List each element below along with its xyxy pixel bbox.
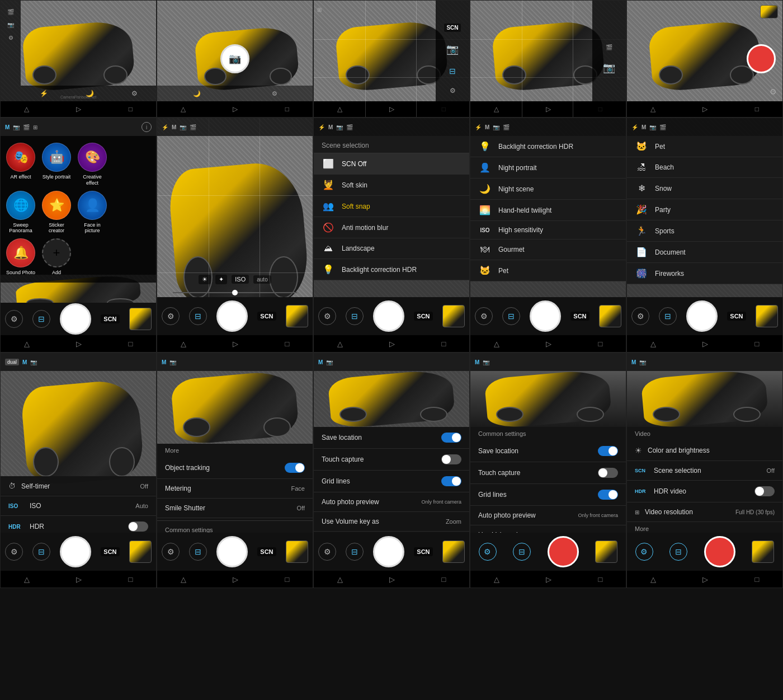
metering-bot2[interactable]: Metering Face	[157, 479, 313, 499]
scene-backlight2[interactable]: 💡 Backlight correction HDR	[470, 136, 626, 157]
recent-nav-bot5[interactable]: ▷	[702, 575, 708, 584]
shutter-btn-mid3[interactable]	[373, 300, 404, 332]
mode-creative-effect[interactable]: 🎨 Creative effect	[77, 143, 108, 186]
vol-key-bot4[interactable]: Use Volume key as Zoom	[470, 525, 626, 533]
sliders-btn-bot3[interactable]: ⊟	[346, 543, 364, 561]
recent-nav-3[interactable]: ▷	[389, 105, 394, 113]
hdr-toggle[interactable]	[128, 522, 148, 532]
recent-nav-bot4[interactable]: ▷	[546, 575, 551, 584]
recent-nav-mid3[interactable]: ▷	[389, 340, 395, 348]
grid-bot3[interactable]: Grid lines	[314, 471, 469, 492]
recent-nav-5[interactable]: ▷	[702, 105, 707, 113]
camera-mode-icon[interactable]: 📷	[13, 124, 20, 130]
home-nav-mid5[interactable]: □	[754, 340, 759, 348]
shutter-btn-bot3[interactable]	[373, 536, 404, 567]
back-nav-bot2[interactable]: △	[181, 575, 186, 584]
scene-soft-snap[interactable]: 👥 Soft snap	[314, 196, 469, 217]
sliders-btn-mid2[interactable]: ⊟	[189, 307, 207, 325]
cam-icon-mid2[interactable]: 📷	[180, 124, 186, 130]
mode-style-portrait[interactable]: 🤖 Style portrait	[41, 143, 72, 186]
thumbnail-bot1[interactable]	[129, 541, 152, 563]
scene-party[interactable]: 🎉 Party	[627, 199, 782, 220]
thumbnail-bot3[interactable]	[442, 541, 465, 563]
back-nav-mid5[interactable]: △	[650, 340, 656, 348]
home-nav-mid2[interactable]: □	[285, 340, 289, 348]
thumbnail-mid1[interactable]	[129, 308, 152, 330]
hdr-row[interactable]: HDR HDR	[1, 516, 156, 533]
thumbnail-mid3[interactable]	[442, 305, 465, 327]
vid-resolution-row[interactable]: ⊞ Video resolution Full HD (30 fps)	[627, 502, 782, 522]
vid-mid5[interactable]: 🎬	[659, 124, 666, 130]
cam-bot4[interactable]: 📷	[483, 359, 489, 365]
touch-cap-toggle-bot4[interactable]	[598, 468, 618, 478]
touch-cap-bot4[interactable]: Touch capture	[470, 462, 626, 484]
back-nav-1[interactable]: △	[24, 105, 29, 113]
scene-soft-skin[interactable]: 💆 Soft skin	[314, 175, 469, 196]
back-nav-mid1[interactable]: △	[24, 340, 30, 348]
settings-btn-mid5[interactable]: ⚙	[631, 307, 649, 325]
settings-btn-bot1[interactable]: ⚙	[5, 543, 23, 561]
recent-nav-mid1[interactable]: ▷	[76, 340, 82, 348]
save-loc-toggle-bot3[interactable]	[441, 433, 461, 443]
sliders-icon-3[interactable]: ⊟	[449, 67, 456, 76]
home-nav-5[interactable]: □	[755, 105, 759, 113]
back-nav-bot5[interactable]: △	[650, 575, 656, 584]
scene-anti-motion[interactable]: 🚫 Anti motion blur	[314, 217, 469, 238]
thumbnail-bot4[interactable]	[595, 541, 617, 563]
grid-mode-icon[interactable]: ⊞	[33, 124, 37, 130]
sliders-btn-mid3[interactable]: ⊟	[346, 307, 364, 325]
color-brightness-row[interactable]: ☀ Color and brightness	[627, 440, 782, 461]
sliders-btn-bot5[interactable]: ⊟	[669, 543, 687, 561]
vid-mid4[interactable]: 🎬	[503, 124, 510, 130]
scene-sports[interactable]: 🏃 Sports	[627, 220, 782, 242]
sliders-btn-bot4[interactable]: ⊟	[513, 543, 531, 561]
cam-bot5[interactable]: 📷	[639, 359, 646, 365]
scene-document[interactable]: 📄 Document	[627, 242, 782, 263]
recent-nav-4[interactable]: ▷	[546, 105, 551, 113]
thumbnail-mid4[interactable]	[599, 305, 621, 327]
sliders-btn-mid4[interactable]: ⊟	[502, 307, 520, 325]
shutter-btn-bot1[interactable]	[60, 536, 91, 567]
home-nav-bot2[interactable]: □	[285, 575, 289, 584]
back-nav-4[interactable]: △	[494, 105, 499, 113]
back-nav-mid4[interactable]: △	[494, 340, 499, 348]
hdr-video-row[interactable]: HDR HDR video	[627, 481, 782, 502]
home-nav-mid4[interactable]: □	[598, 340, 602, 348]
recent-nav-mid5[interactable]: ▷	[702, 340, 708, 348]
touch-cap-toggle-bot3[interactable]	[441, 454, 461, 464]
shutter-btn-mid2[interactable]	[216, 300, 248, 332]
scene-gourmet[interactable]: 🍽 Gourmet	[470, 239, 626, 260]
home-nav-bot4[interactable]: □	[598, 575, 602, 584]
cam-mid4[interactable]: 📷	[493, 124, 499, 130]
home-nav-bot1[interactable]: □	[128, 575, 133, 584]
cam-mid5[interactable]: 📷	[649, 124, 656, 130]
iso-row[interactable]: ISO ISO Auto	[1, 496, 156, 516]
mode-sticker-creator[interactable]: ⭐ Sticker creator	[41, 191, 72, 234]
settings-btn-bot2[interactable]: ⚙	[162, 543, 180, 561]
scene-landscape[interactable]: ⛰ Landscape	[314, 238, 469, 259]
home-nav-bot3[interactable]: □	[441, 575, 446, 584]
recent-nav-bot3[interactable]: ▷	[389, 575, 395, 584]
settings-btn-mid2[interactable]: ⚙	[162, 307, 180, 325]
shutter-btn-mid4[interactable]	[530, 300, 561, 332]
shutter-btn-bot2[interactable]	[216, 536, 248, 567]
back-nav-mid2[interactable]: △	[181, 340, 186, 348]
mode-add[interactable]: + Add	[41, 238, 72, 276]
shutter-btn-mid1[interactable]	[60, 303, 91, 335]
scene-snow[interactable]: ❄ Snow	[627, 178, 782, 199]
scene-handheld[interactable]: 🌅 Hand-held twilight	[470, 200, 626, 221]
smile-bot2[interactable]: Smile Shutter Off	[157, 499, 313, 518]
moon-icon-2[interactable]: 🌙	[193, 90, 201, 97]
back-nav-bot1[interactable]: △	[24, 575, 30, 584]
sliders-btn-mid5[interactable]: ⊟	[659, 307, 677, 325]
shutter-center-2[interactable]: 📷	[220, 44, 249, 73]
thumbnail-bot2[interactable]	[286, 541, 308, 563]
cam-mid3[interactable]: 📷	[336, 124, 343, 130]
recent-nav-1[interactable]: ▷	[76, 105, 81, 113]
scene-high-sensitivity[interactable]: ISO High sensitivity	[470, 221, 626, 239]
back-nav-bot4[interactable]: △	[494, 575, 499, 584]
settings-btn-bot3[interactable]: ⚙	[318, 543, 336, 561]
mode-sweep-panorama[interactable]: 🌐 Sweep Panorama	[5, 191, 36, 234]
vid-icon-mid2[interactable]: 🎬	[190, 124, 196, 130]
settings-btn-5[interactable]: ⚙	[770, 87, 777, 97]
